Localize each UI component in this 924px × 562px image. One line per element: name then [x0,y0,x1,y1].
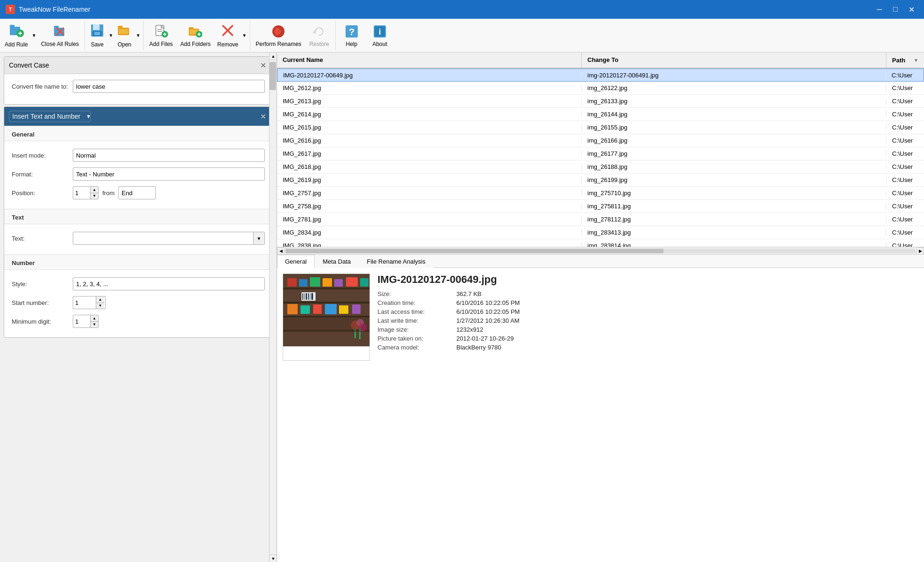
position-controls: ▲ ▼ from End Start [73,186,156,199]
table-row[interactable]: IMG_2838.jpg img_283814.jpg C:\User [277,239,924,247]
bottom-tabs: General Meta Data File Rename Analysis [277,254,924,562]
table-row[interactable]: IMG_2614.jpg img_26144.jpg C:\User [277,108,924,121]
min-digit-up[interactable]: ▲ [91,315,98,322]
restore-button[interactable]: Restore [305,21,333,50]
remove-button[interactable]: Remove [215,21,241,50]
add-rule-button[interactable]: Add Rule [2,21,31,50]
open-split[interactable]: Open ▼ [114,21,141,50]
table-row[interactable]: IMG_2618.jpg img_26188.jpg C:\User [277,160,924,174]
start-number-input[interactable]: ▲ ▼ [73,296,106,309]
file-current: IMG_2838.jpg [277,242,582,247]
maximize-button[interactable]: □ [888,3,902,15]
convert-case-form-row: Convert file name to: lower case UPPER C… [12,80,265,93]
help-button[interactable]: ? Help [338,21,366,50]
file-change: img_275811.jpg [582,203,886,210]
format-select[interactable]: Text - Number Number - Text Text Only Nu… [73,167,265,181]
text-field[interactable] [73,232,253,244]
text-section-header: Text [4,209,272,224]
toolbar-group-files: Add Files Add Folders [144,21,250,50]
file-change: img_283814.jpg [582,242,886,247]
start-number-field[interactable] [73,296,96,309]
general-section-header: General [4,126,272,141]
perform-renames-icon [271,24,286,39]
scroll-thumb[interactable] [270,62,276,90]
left-scroll-area[interactable]: Convert Case ✕ Convert file name to: low… [0,53,277,562]
table-row[interactable]: IMG_2758.jpg img_275811.jpg C:\User [277,200,924,213]
perform-renames-button[interactable]: Perform Renames [252,21,305,50]
convert-case-close-button[interactable]: ✕ [258,61,268,70]
remove-split[interactable]: Remove ▼ [215,21,248,50]
h-scroll-thumb[interactable] [285,249,663,253]
table-row[interactable]: IMG_2834.jpg img_283413.jpg C:\User [277,226,924,239]
svg-rect-48 [299,279,308,287]
svg-rect-60 [311,293,313,300]
add-files-button[interactable]: Add Files [146,21,177,50]
app-icon: T [6,5,15,14]
open-dropdown[interactable]: ▼ [135,21,141,50]
insert-text-close-button[interactable]: ✕ [258,112,268,121]
remove-dropdown[interactable]: ▼ [241,21,248,50]
position-num-input[interactable]: ▲ ▼ [73,186,99,199]
table-row[interactable]: IMG_2757.jpg img_275710.jpg C:\User [277,187,924,200]
app-title: TweakNow FileRenamer [19,6,91,13]
text-input-combo[interactable]: ▼ [73,232,265,245]
convert-case-select[interactable]: lower case UPPER CASE Title Case Sentenc… [73,80,265,93]
table-row[interactable]: IMG-20120127-00649.jpg img-20120127-0064… [277,68,924,82]
horizontal-scrollbar[interactable]: ◀ ▶ [277,247,924,254]
file-list-body[interactable]: IMG-20120127-00649.jpg img-20120127-0064… [277,68,924,247]
left-scrollbar[interactable]: ▲ ▼ [269,53,277,562]
toolbar-group-help: ? Help i About [336,21,396,50]
position-end-select[interactable]: End Start [118,186,156,199]
remove-icon [220,23,235,39]
position-down-button[interactable]: ▼ [91,193,98,199]
start-number-up[interactable]: ▲ [96,296,104,303]
position-number-field[interactable] [73,187,90,199]
file-change: img_26122.jpg [582,84,886,91]
open-button[interactable]: Open [114,21,135,50]
creation-time-value: 6/10/2016 10:22:05 PM [456,299,918,306]
open-label: Open [117,41,131,48]
min-digit-down[interactable]: ▼ [91,322,98,328]
file-path: C:\User [886,190,924,197]
table-row[interactable]: IMG_2616.jpg img_26166.jpg C:\User [277,134,924,147]
add-folders-button[interactable]: Add Folders [177,21,215,50]
position-up-button[interactable]: ▲ [91,187,98,193]
table-row[interactable]: IMG_2612.jpg img_26122.jpg C:\User [277,82,924,95]
insert-text-title-select[interactable]: Insert Text and Number [9,111,91,122]
save-dropdown[interactable]: ▼ [108,21,114,50]
table-row[interactable]: IMG_2617.jpg img_26177.jpg C:\User [277,147,924,160]
insert-mode-select[interactable]: Normal Before After Replace [73,149,265,162]
style-select[interactable]: 1, 2, 3, 4, ... 01, 02, 03, ... 001, 002… [73,277,265,290]
close-button[interactable]: ✕ [904,3,918,15]
min-digit-input[interactable]: ▲ ▼ [73,315,99,328]
table-row[interactable]: IMG_2615.jpg img_26155.jpg C:\User [277,121,924,134]
svg-text:i: i [378,27,381,37]
file-change: img_278112.jpg [582,216,886,223]
table-row[interactable]: IMG_2619.jpg img_26199.jpg C:\User [277,174,924,187]
save-split[interactable]: Save ▼ [87,21,114,50]
scroll-down-arrow[interactable]: ▼ [270,554,277,562]
h-scroll-right[interactable]: ▶ [916,247,924,255]
h-scroll-left[interactable]: ◀ [277,247,285,255]
about-button[interactable]: i About [366,21,394,50]
tab-file-rename-analysis[interactable]: File Rename Analysis [359,255,433,268]
tab-meta-data[interactable]: Meta Data [315,255,359,268]
convert-case-header: Convert Case ✕ [4,57,272,74]
svg-rect-62 [300,305,310,314]
minimize-button[interactable]: ─ [872,3,886,15]
style-label: Style: [12,281,73,288]
add-rule-split[interactable]: Add Rule ▼ [2,21,37,50]
h-scroll-track[interactable] [285,249,916,253]
add-rule-dropdown[interactable]: ▼ [31,21,37,50]
start-number-down[interactable]: ▼ [96,303,104,309]
convert-case-label: Convert file name to: [12,83,73,90]
min-digit-field[interactable] [73,315,90,327]
svg-rect-12 [93,24,100,30]
close-all-rules-button[interactable]: Close All Rules [37,21,83,50]
save-button[interactable]: Save [87,21,108,50]
table-row[interactable]: IMG_2781.jpg img_278112.jpg C:\User [277,213,924,226]
table-row[interactable]: IMG_2613.jpg img_26133.jpg C:\User [277,95,924,108]
text-combo-arrow[interactable]: ▼ [253,232,264,244]
tab-general[interactable]: General [277,255,315,268]
scroll-up-arrow[interactable]: ▲ [270,53,277,60]
